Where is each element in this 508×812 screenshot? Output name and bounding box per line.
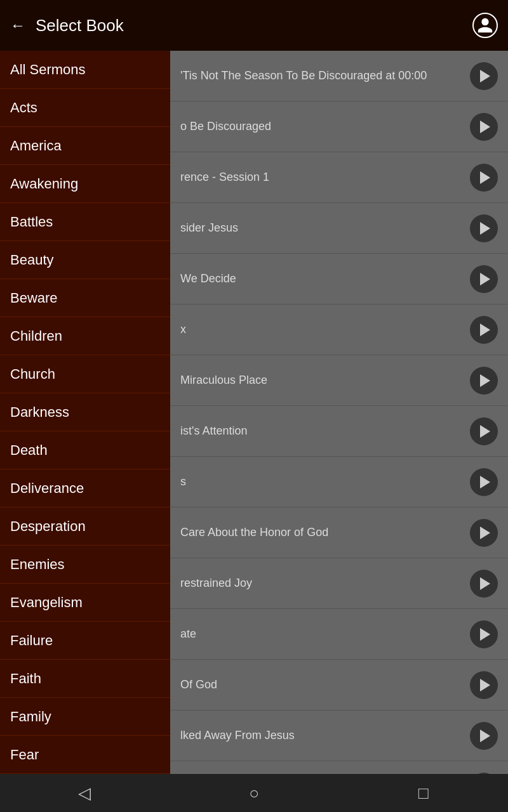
play-button[interactable] [470,671,498,699]
play-button[interactable] [470,367,498,395]
sidebar-item-awakening[interactable]: Awakening [0,165,170,203]
sidebar-item-all-sermons[interactable]: All Sermons [0,51,170,89]
play-button[interactable] [470,519,498,547]
list-item[interactable]: ist's Attention [170,406,508,457]
play-button[interactable] [470,164,498,192]
sidebar-item-fear[interactable]: Fear [0,736,170,774]
play-button[interactable] [470,113,498,141]
play-button[interactable] [470,62,498,90]
sidebar-item-church[interactable]: Church [0,355,170,393]
list-item[interactable]: sider Jesus [170,203,508,254]
play-button[interactable] [470,214,498,242]
list-item[interactable]: ate [170,609,508,660]
list-item[interactable]: Care About the Honor of God [170,508,508,558]
list-item[interactable]: s [170,457,508,508]
sidebar-item-death[interactable]: Death [0,431,170,469]
play-button[interactable] [470,620,498,648]
sidebar-item-failure[interactable]: Failure [0,622,170,660]
sidebar-item-deliverance[interactable]: Deliverance [0,469,170,508]
sidebar-item-enemies[interactable]: Enemies [0,546,170,584]
sidebar-item-faith[interactable]: Faith [0,660,170,698]
sermon-list: 'Tis Not The Season To Be Discouraged at… [170,51,508,774]
sidebar-item-desperation[interactable]: Desperation [0,508,170,546]
play-button[interactable] [470,417,498,445]
sidebar-item-acts[interactable]: Acts [0,89,170,127]
page-title: Select Book [36,16,472,36]
bottom-navigation: ◁ ○ □ [0,774,508,812]
sidebar-item-children[interactable]: Children [0,317,170,355]
content-area: All Sermons Acts America Awakening Battl… [0,51,508,774]
sidebar-item-beauty[interactable]: Beauty [0,241,170,279]
list-item[interactable]: restrained Joy [170,558,508,609]
sidebar-item-america[interactable]: America [0,127,170,165]
list-item[interactable]: rence - Session 1 [170,152,508,203]
sidebar-item-beware[interactable]: Beware [0,279,170,317]
list-item[interactable]: 'Tis Not The Season To Be Discouraged at… [170,51,508,102]
sidebar: All Sermons Acts America Awakening Battl… [0,51,170,774]
recents-nav-button[interactable]: □ [404,774,443,812]
sidebar-item-darkness[interactable]: Darkness [0,393,170,431]
play-button[interactable] [470,570,498,598]
play-button[interactable] [470,265,498,293]
list-item[interactable]: lked Away From Jesus [170,710,508,761]
back-nav-button[interactable]: ◁ [65,774,104,812]
avatar-button[interactable] [472,13,498,38]
sidebar-item-battles[interactable]: Battles [0,203,170,241]
play-button[interactable] [470,316,498,344]
list-item[interactable]: Miraculous Place [170,355,508,406]
home-nav-button[interactable]: ○ [235,774,273,812]
play-button[interactable] [470,722,498,750]
sidebar-item-evangelism[interactable]: Evangelism [0,584,170,622]
header: ← Select Book [0,0,508,51]
list-item[interactable]: x [170,304,508,355]
list-item[interactable]: he Deep [170,761,508,774]
list-item[interactable]: Of God [170,660,508,710]
list-item[interactable]: We Decide [170,254,508,304]
back-button[interactable]: ← [10,16,25,34]
play-button[interactable] [470,468,498,496]
sidebar-item-family[interactable]: Family [0,698,170,736]
list-item[interactable]: o Be Discouraged [170,102,508,152]
